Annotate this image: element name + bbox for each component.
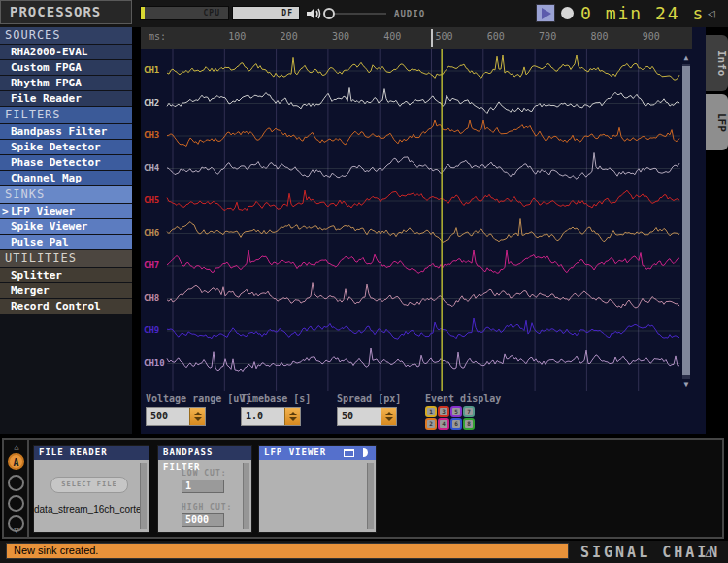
sidebar-item-splitter[interactable]: Splitter <box>0 268 132 282</box>
record-button[interactable] <box>561 7 574 19</box>
low-cut-input[interactable]: 1 <box>182 480 224 493</box>
voltage-range-spinner[interactable] <box>189 408 205 425</box>
module-title: BANDPASS FILTER <box>158 446 251 460</box>
module-drag-strip[interactable] <box>367 463 374 529</box>
channel-label-ch6: CH6 <box>144 228 159 238</box>
chain-selector-slot[interactable] <box>8 495 24 512</box>
event-button-8[interactable]: 8 <box>463 418 475 430</box>
waveform-ch2 <box>167 88 679 114</box>
waveform-ch6 <box>167 219 679 243</box>
sidebar-item-merger[interactable]: Merger <box>0 283 132 298</box>
time-tick-label: 400 <box>383 31 401 42</box>
module-bandpass-filter[interactable]: BANDPASS FILTER LOW CUT: 1 HIGH CUT: 500… <box>157 445 252 533</box>
sidebar-item-rha2000-eval[interactable]: RHA2000-EVAL <box>0 45 132 59</box>
time-tick-label: 600 <box>487 31 505 42</box>
scroll-down-icon[interactable]: ▼ <box>681 381 691 389</box>
event-button-1[interactable]: 1 <box>425 406 437 417</box>
channel-label-ch8: CH8 <box>144 293 159 303</box>
sidebar-item-pulse-pal[interactable]: Pulse Pal <box>0 235 132 249</box>
time-axis-unit-label: ms: <box>149 31 166 42</box>
waveform-ch8 <box>167 283 679 308</box>
cpu-meter: CPU <box>140 6 229 20</box>
viewer-controls: Voltage range [uV] 500 Timebase [s] 1.0 … <box>141 393 692 434</box>
timebase-spinner[interactable] <box>284 408 300 425</box>
chain-down-icon[interactable]: ▽ <box>4 525 29 535</box>
event-button-7[interactable]: 7 <box>463 406 475 417</box>
event-button-6[interactable]: 6 <box>450 418 462 430</box>
voltage-range-value: 500 <box>150 411 168 421</box>
sidebar-item-spike-detector[interactable]: Spike Detector <box>0 140 132 154</box>
channel-label-ch4: CH4 <box>144 163 159 173</box>
volume-slider-track[interactable] <box>326 13 386 15</box>
viewer-tab-icon[interactable] <box>363 448 368 457</box>
sidebar-item-channel-map[interactable]: Channel Map <box>0 171 132 185</box>
event-button-3[interactable]: 3 <box>438 406 449 417</box>
status-bar: New sink created. SIGNAL CHAIN △ <box>0 541 728 563</box>
play-button[interactable] <box>536 4 555 22</box>
sidebar-item-record-control[interactable]: Record Control <box>0 299 132 314</box>
channel-label-ch3: CH3 <box>144 130 159 140</box>
chain-toggle-icon[interactable]: △ <box>705 545 712 559</box>
event-button-2[interactable]: 2 <box>425 418 437 430</box>
disk-meter-label: DF <box>281 9 293 17</box>
scroll-up-icon[interactable]: ▲ <box>681 53 691 62</box>
section-header-sinks[interactable]: SINKS <box>0 186 132 203</box>
lfp-viewer-canvas: ms: 100200300400500600700800900 CH1CH2CH… <box>141 27 706 434</box>
volume-slider-knob[interactable] <box>323 8 335 19</box>
channel-label-ch1: CH1 <box>144 65 159 75</box>
tab-lfp[interactable]: LFP <box>706 94 728 150</box>
sidebar-item-file-reader[interactable]: File Reader <box>0 91 132 106</box>
section-header-filters[interactable]: FILTERS <box>0 107 132 123</box>
sidebar-item-bandpass-filter[interactable]: Bandpass Filter <box>0 124 132 139</box>
spread-select[interactable]: 50 <box>337 407 397 426</box>
module-drag-strip[interactable] <box>243 463 249 529</box>
collapse-arrow-icon[interactable]: ◁ <box>708 6 715 20</box>
time-tick-label: 800 <box>590 31 608 42</box>
module-lfp-viewer[interactable]: LFP VIEWER <box>258 445 377 533</box>
sidebar-item-phase-detector[interactable]: Phase Detector <box>0 155 132 170</box>
processors-title: PROCESSORS <box>0 0 132 24</box>
chain-selector-a[interactable]: A <box>8 453 24 470</box>
spinner-up-icon <box>194 412 202 415</box>
viewer-scrollbar[interactable] <box>682 64 690 379</box>
chain-up-icon[interactable]: △ <box>4 442 29 451</box>
event-button-4[interactable]: 4 <box>438 418 449 430</box>
window-maximize-icon[interactable] <box>344 449 354 457</box>
sidebar-item-spike-viewer[interactable]: Spike Viewer <box>0 219 132 234</box>
waveform-ch10 <box>167 348 679 372</box>
high-cut-input[interactable]: 5000 <box>182 513 224 527</box>
voltage-range-label: Voltage range [uV] <box>146 393 250 404</box>
timebase-value: 1.0 <box>246 411 263 421</box>
chain-selector-strip: △ A ▽ <box>4 440 29 537</box>
spread-value: 50 <box>342 411 353 421</box>
time-tick-label: 900 <box>643 31 660 42</box>
playhead-marker <box>431 29 433 47</box>
spread-spinner[interactable] <box>381 408 396 425</box>
sidebar-item-custom-fpga[interactable]: Custom FPGA <box>0 60 132 75</box>
tab-info[interactable]: Info <box>706 35 728 91</box>
chain-selector-slot[interactable] <box>8 475 24 491</box>
voltage-range-select[interactable]: 500 <box>146 407 206 426</box>
module-file-reader[interactable]: FILE READER SELECT FILE data_stream_16ch… <box>33 445 149 533</box>
loaded-file-name: data_stream_16ch_cortex <box>34 504 139 514</box>
module-title: LFP VIEWER <box>259 446 376 460</box>
waveform-plot <box>141 49 692 393</box>
channel-label-ch5: CH5 <box>144 195 159 205</box>
selected-caret: > <box>2 204 9 218</box>
play-icon <box>542 8 551 19</box>
waveform-ch3 <box>167 120 679 147</box>
sidebar-item-lfp-viewer[interactable]: > LFP Viewer <box>0 204 132 218</box>
time-tick-label: 100 <box>228 31 246 42</box>
section-header-utilities[interactable]: UTILITIES <box>0 250 132 267</box>
spinner-down-icon <box>385 417 393 421</box>
viewer-scrollbar-thumb[interactable] <box>682 66 690 375</box>
module-drag-strip[interactable] <box>140 463 147 529</box>
sidebar-item-rhythm-fpga[interactable]: Rhythm FPGA <box>0 76 132 90</box>
module-title: FILE READER <box>34 446 149 460</box>
event-button-5[interactable]: 5 <box>450 406 462 417</box>
timebase-select[interactable]: 1.0 <box>241 407 301 426</box>
select-file-button[interactable]: SELECT FILE <box>50 477 128 493</box>
signal-chain-label: SIGNAL CHAIN <box>580 544 720 561</box>
section-header-sources[interactable]: SOURCES <box>0 27 132 44</box>
time-tick-label: 300 <box>332 31 349 42</box>
